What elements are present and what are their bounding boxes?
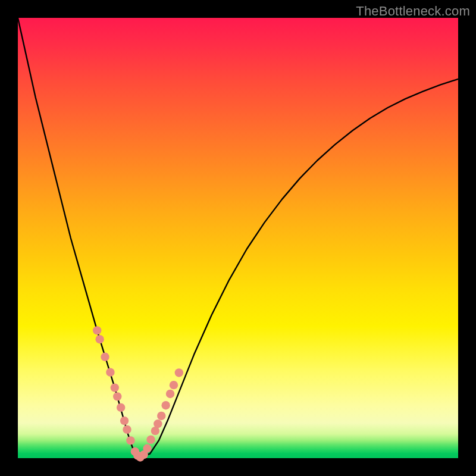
marker-point <box>175 368 183 377</box>
marker-point <box>101 353 109 361</box>
marker-point <box>120 416 129 425</box>
marker-point <box>170 381 178 389</box>
marker-point <box>123 425 131 434</box>
chart-svg <box>18 18 458 458</box>
marker-point <box>95 335 104 343</box>
marker-point <box>117 403 125 412</box>
watermark-text: TheBottleneck.com <box>356 4 470 19</box>
marker-point <box>146 436 155 444</box>
marker-point <box>143 444 151 453</box>
marker-point <box>106 368 114 377</box>
bottleneck-curve <box>18 18 458 458</box>
marker-point <box>113 392 121 400</box>
chart-plot-area <box>18 18 458 458</box>
marker-point <box>166 390 174 398</box>
marker-point <box>154 419 162 428</box>
marker-point <box>93 326 101 334</box>
marker-point <box>126 436 134 444</box>
marker-point <box>111 383 119 392</box>
marker-group <box>93 326 183 462</box>
chart-frame: TheBottleneck.com <box>0 0 476 476</box>
marker-point <box>161 401 170 409</box>
marker-point <box>157 412 165 420</box>
